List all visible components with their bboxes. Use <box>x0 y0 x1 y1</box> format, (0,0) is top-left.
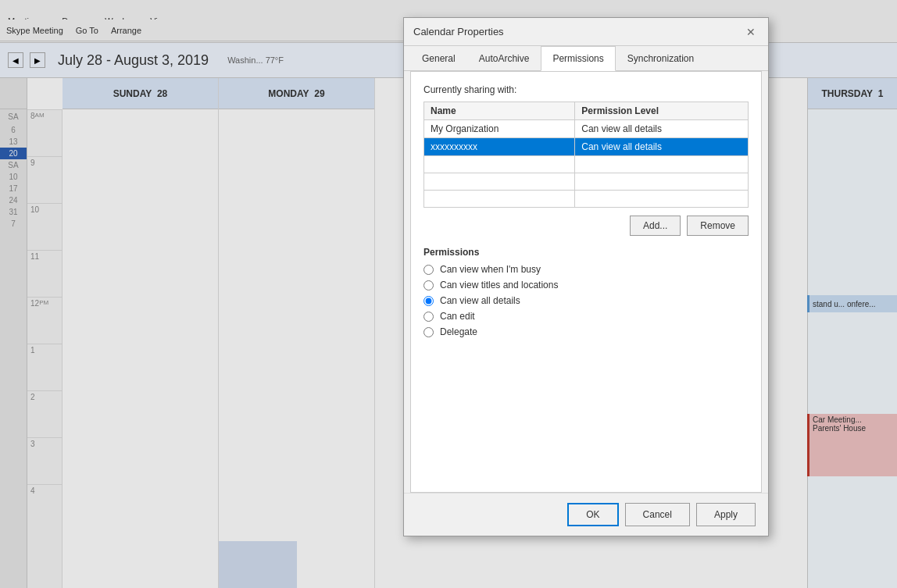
permission-details-radio[interactable] <box>423 296 434 306</box>
dialog-title: Calendar Properties <box>413 26 504 37</box>
sharing-row-selected[interactable]: xxxxxxxxxx Can view all details <box>424 138 749 156</box>
permissions-section: Permissions Can view when I'm busy Can v… <box>423 247 749 337</box>
sharing-row-empty-1 <box>424 156 749 173</box>
tab-synchronization[interactable]: Synchronization <box>616 46 706 71</box>
sharing-row-selected-name: xxxxxxxxxx <box>424 138 575 156</box>
dialog-close-button[interactable]: ✕ <box>743 24 759 40</box>
permission-delegate-radio[interactable] <box>423 327 434 337</box>
permission-delegate-row: Delegate <box>423 326 749 337</box>
permission-titles-radio[interactable] <box>423 280 434 290</box>
calendar-properties-dialog: Calendar Properties ✕ General AutoArchiv… <box>403 17 769 536</box>
tab-general[interactable]: General <box>410 46 467 71</box>
permission-titles-row: Can view titles and locations <box>423 280 749 290</box>
permission-busy-label: Can view when I'm busy <box>440 264 541 275</box>
permission-edit-row: Can edit <box>423 311 749 322</box>
dialog-footer: OK Cancel Apply <box>404 493 768 536</box>
dialog-tabs: General AutoArchive Permissions Synchron… <box>404 46 768 71</box>
tab-autoarchive[interactable]: AutoArchive <box>467 46 541 71</box>
col-permission-header: Permission Level <box>575 102 749 120</box>
sharing-section-label: Currently sharing with: <box>423 84 749 95</box>
cancel-button[interactable]: Cancel <box>625 503 690 526</box>
apply-button[interactable]: Apply <box>696 503 756 526</box>
permissions-section-label: Permissions <box>423 247 749 258</box>
sharing-table: Name Permission Level My Organization Ca… <box>423 102 749 208</box>
sharing-row-selected-permission: Can view all details <box>575 138 749 156</box>
remove-button[interactable]: Remove <box>687 216 749 236</box>
permission-titles-label: Can view titles and locations <box>440 280 558 290</box>
add-button[interactable]: Add... <box>630 216 681 236</box>
ok-button[interactable]: OK <box>567 503 618 526</box>
sharing-row-empty-2 <box>424 173 749 191</box>
dialog-content-area: Currently sharing with: Name Permission … <box>410 71 762 493</box>
dialog-titlebar: Calendar Properties ✕ <box>404 18 768 46</box>
sharing-table-header-row: Name Permission Level <box>424 102 749 120</box>
permission-delegate-label: Delegate <box>440 326 477 337</box>
permission-details-row: Can view all details <box>423 295 749 306</box>
permission-edit-radio[interactable] <box>423 312 434 322</box>
tab-permissions[interactable]: Permissions <box>541 46 615 71</box>
add-remove-buttons: Add... Remove <box>423 216 749 236</box>
permission-busy-row: Can view when I'm busy <box>423 264 749 275</box>
permission-details-label: Can view all details <box>440 295 520 306</box>
sharing-row-org-permission: Can view all details <box>575 120 749 138</box>
sharing-row-org-name: My Organization <box>424 120 575 138</box>
sharing-row-org[interactable]: My Organization Can view all details <box>424 120 749 138</box>
permission-edit-label: Can edit <box>440 311 475 322</box>
col-name-header: Name <box>424 102 575 120</box>
permission-busy-radio[interactable] <box>423 265 434 275</box>
sharing-row-empty-3 <box>424 191 749 208</box>
